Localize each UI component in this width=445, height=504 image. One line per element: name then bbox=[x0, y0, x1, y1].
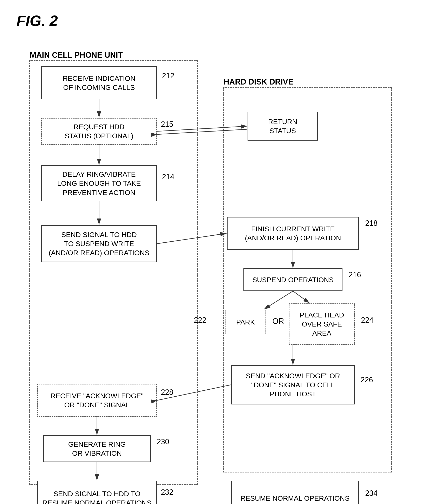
box-218: FINISH CURRENT WRITE (AND/OR READ) OPERA… bbox=[227, 217, 359, 250]
box-232: SEND SIGNAL TO HDD TO RESUME NORMAL OPER… bbox=[37, 481, 157, 504]
figure-title: FIG. 2 bbox=[17, 12, 428, 29]
box-230: GENERATE RING OR VIBRATION bbox=[43, 435, 151, 462]
box-226: SEND "ACKNOWLEDGE" OR "DONE" SIGNAL TO C… bbox=[231, 365, 355, 404]
box-215: REQUEST HDD STATUS (OPTIONAL) bbox=[41, 118, 157, 145]
ref-214: 214 bbox=[162, 173, 174, 181]
box-234: RESUME NORMAL OPERATIONS bbox=[231, 481, 359, 504]
box-222: PARK bbox=[225, 310, 266, 334]
ref-234: 234 bbox=[365, 489, 378, 498]
or-label: OR bbox=[272, 317, 284, 326]
box-224: PLACE HEAD OVER SAFE AREA bbox=[289, 304, 355, 345]
box-228: RECEIVE "ACKNOWLEDGE" OR "DONE" SIGNAL bbox=[37, 384, 157, 417]
main-cell-phone-label: MAIN CELL PHONE UNIT bbox=[30, 51, 123, 60]
ref-216b: 216 bbox=[349, 270, 361, 279]
ref-232: 232 bbox=[161, 488, 173, 497]
box-216-right: SUSPEND OPERATIONS bbox=[243, 268, 343, 291]
box-216-left: SEND SIGNAL TO HDD TO SUSPEND WRITE (AND… bbox=[41, 225, 157, 262]
ref-226: 226 bbox=[361, 376, 373, 384]
ref-212: 212 bbox=[162, 72, 174, 80]
ref-222: 222 bbox=[194, 316, 206, 324]
hard-disk-drive-label: HARD DISK DRIVE bbox=[224, 77, 293, 86]
ref-218: 218 bbox=[365, 219, 378, 228]
ref-224: 224 bbox=[361, 316, 373, 324]
box-return-status: RETURN STATUS bbox=[248, 112, 318, 141]
ref-215: 215 bbox=[161, 120, 173, 129]
box-214: DELAY RING/VIBRATE LONG ENOUGH TO TAKE P… bbox=[41, 165, 157, 201]
ref-230: 230 bbox=[157, 437, 169, 446]
box-212: RECEIVE INDICATION OF INCOMING CALLS bbox=[41, 66, 157, 99]
ref-228: 228 bbox=[161, 388, 173, 396]
